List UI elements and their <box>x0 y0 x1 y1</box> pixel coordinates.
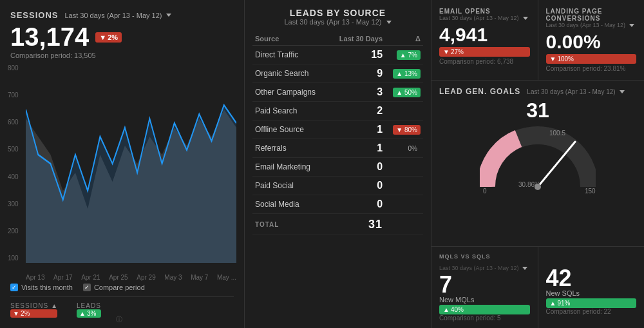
sessions-change-badge: ▼ 2% <box>95 32 122 43</box>
sessions-value-row: 13,174 ▼ 2% <box>10 23 234 52</box>
sessions-mini-arrow: ▲ <box>51 302 57 309</box>
lead-source: Email Marketing <box>252 158 329 177</box>
mqls-section: MQLS VS SQLS Last 30 days (Apr 13 - May … <box>431 247 538 328</box>
lead-value: 1 <box>329 121 385 139</box>
landing-label: LANDING PAGE CONVERSIONS <box>546 8 637 22</box>
table-row: Other Campaigns3▲ 50% <box>252 83 423 102</box>
svg-text:150: 150 <box>585 188 596 193</box>
lead-value: 0 <box>329 177 385 195</box>
landing-period[interactable]: Last 30 days (Apr 13 - May 12) <box>546 22 637 28</box>
sqls-value: 42 <box>546 265 637 292</box>
leads-mini-stat: LEADS ▲ 3% <box>77 302 101 318</box>
mqls-comparison: Comparison period: 5 <box>439 314 530 322</box>
sessions-comparison: Comparison period: 13,505 <box>10 52 234 59</box>
lead-source: Referrals <box>252 139 329 158</box>
lead-source: Other Campaigns <box>252 83 329 102</box>
legend-compare-check: ✓ <box>83 284 91 291</box>
info-icon: ⓘ <box>116 315 122 324</box>
email-opens-box: EMAIL OPENS Last 30 days (Apr 13 - May 1… <box>431 0 538 80</box>
leads-period[interactable]: Last 30 days (Apr 13 - May 12) <box>252 18 423 26</box>
lead-badge <box>385 102 423 121</box>
email-opens-badge: ▼ 27% <box>439 47 530 57</box>
sqls-label: New SQLs <box>546 289 637 297</box>
lead-badge <box>385 177 423 195</box>
mqls-value: 7 <box>439 271 530 298</box>
lead-badge: 0% <box>385 139 423 158</box>
sessions-period-chevron[interactable] <box>166 14 171 17</box>
lead-value: 0 <box>329 158 385 177</box>
chart-y-labels: 800 700 600 500 400 300 200 100 <box>8 64 19 262</box>
landing-conversions-box: LANDING PAGE CONVERSIONS Last 30 days (A… <box>538 0 645 80</box>
mqls-period-chevron[interactable] <box>522 267 527 270</box>
email-opens-comparison: Comparison period: 6,738 <box>439 58 530 65</box>
lead-badge <box>385 195 423 214</box>
email-opens-period[interactable]: Last 30 days (Apr 13 - May 12) <box>439 15 530 21</box>
svg-marker-1 <box>26 105 236 263</box>
svg-text:0: 0 <box>483 188 487 193</box>
lead-badge: ▲ 50% <box>385 83 423 102</box>
svg-line-2 <box>538 142 575 187</box>
landing-period-chevron[interactable] <box>629 24 634 27</box>
email-opens-value: 4,941 <box>439 24 530 46</box>
table-row: Referrals10% <box>252 139 423 158</box>
leads-title: LEADS BY SOURCE <box>252 8 423 18</box>
mqls-period[interactable]: Last 30 days (Apr 13 - May 12) <box>439 265 527 271</box>
sessions-down-arrow: ▼ <box>99 34 106 41</box>
mqls-label: New MQLs <box>439 296 530 304</box>
sessions-title: SESSIONS <box>10 10 58 20</box>
mqls-badge: ▲ 40% <box>439 305 530 314</box>
right-middle: LEAD GEN. GOALS Last 30 days (Apr 13 - M… <box>431 81 644 247</box>
lead-value: 1 <box>329 139 385 158</box>
leads-panel: LEADS BY SOURCE Last 30 days (Apr 13 - M… <box>245 0 431 328</box>
lead-badge: ▼ 80% <box>385 121 423 139</box>
email-period-chevron[interactable] <box>523 17 528 20</box>
total-value: 31 <box>329 214 385 235</box>
lead-value: 0 <box>329 195 385 214</box>
sessions-mini-badge: ▼ 2% <box>10 309 57 318</box>
dashboard: SESSIONS Last 30 days (Apr 13 - May 12) … <box>0 0 644 328</box>
goal-section: LEAD GEN. GOALS Last 30 days (Apr 13 - M… <box>431 81 644 246</box>
lead-value: 2 <box>329 102 385 121</box>
sessions-period[interactable]: Last 30 days (Apr 13 - May 12) <box>64 12 171 19</box>
landing-comparison: Comparison period: 23.81% <box>546 65 637 72</box>
leads-mini-label: LEADS <box>77 302 101 309</box>
sessions-big-number: 13,174 <box>10 23 89 52</box>
lead-source: Direct Traffic <box>252 46 329 64</box>
lead-source: Paid Search <box>252 102 329 121</box>
legend-area: ✓ Visits this month ✓ Compare period <box>10 284 234 291</box>
table-row: Paid Search2 <box>252 102 423 121</box>
sqls-section: 42 New SQLs ▲ 91% Comparison period: 22 <box>538 247 645 328</box>
sessions-header: SESSIONS Last 30 days (Apr 13 - May 12) <box>10 10 234 20</box>
goal-period-chevron[interactable] <box>620 90 625 93</box>
gauge-svg: 0 100.5 150 30.86% <box>480 122 596 193</box>
table-row: Organic Search9▲ 13% <box>252 64 423 83</box>
lead-value: 9 <box>329 64 385 83</box>
lead-source: Social Media <box>252 195 329 214</box>
legend-visits-label: Visits this month <box>21 284 73 291</box>
lead-badge <box>385 158 423 177</box>
sessions-chart-area: 800 700 600 500 400 300 200 100 <box>8 64 236 281</box>
sessions-panel: SESSIONS Last 30 days (Apr 13 - May 12) … <box>0 0 245 328</box>
lead-source: Paid Social <box>252 177 329 195</box>
bottom-stats: SESSIONS ▲ ▼ 2% LEADS ▲ 3% <box>10 296 234 318</box>
landing-value: 0.00% <box>546 31 637 53</box>
sessions-mini-label: SESSIONS <box>10 302 48 309</box>
leads-mini-badge: ▲ 3% <box>77 309 101 318</box>
lead-value: 3 <box>329 83 385 102</box>
lead-value: 15 <box>329 46 385 64</box>
goal-value: 31 <box>439 99 636 122</box>
sqls-comparison: Comparison period: 22 <box>546 308 637 315</box>
table-row: Email Marketing0 <box>252 158 423 177</box>
landing-badge: ▼ 100% <box>546 54 637 64</box>
col-source: Source <box>252 32 329 46</box>
right-bottom: MQLS VS SQLS Last 30 days (Apr 13 - May … <box>431 247 644 328</box>
lead-badge: ▲ 13% <box>385 64 423 83</box>
legend-visits[interactable]: ✓ Visits this month <box>10 284 73 291</box>
col-delta: Δ <box>385 32 423 46</box>
goal-period[interactable]: Last 30 days (Apr 13 - May 12) <box>527 88 624 95</box>
legend-compare[interactable]: ✓ Compare period <box>83 284 145 291</box>
leads-period-chevron[interactable] <box>386 21 392 24</box>
chart-x-labels: Apr 13 Apr 17 Apr 21 Apr 25 Apr 29 May 3… <box>26 274 236 281</box>
sessions-mini-stat: SESSIONS ▲ ▼ 2% <box>10 302 57 318</box>
table-row: Offline Source1▼ 80% <box>252 121 423 139</box>
